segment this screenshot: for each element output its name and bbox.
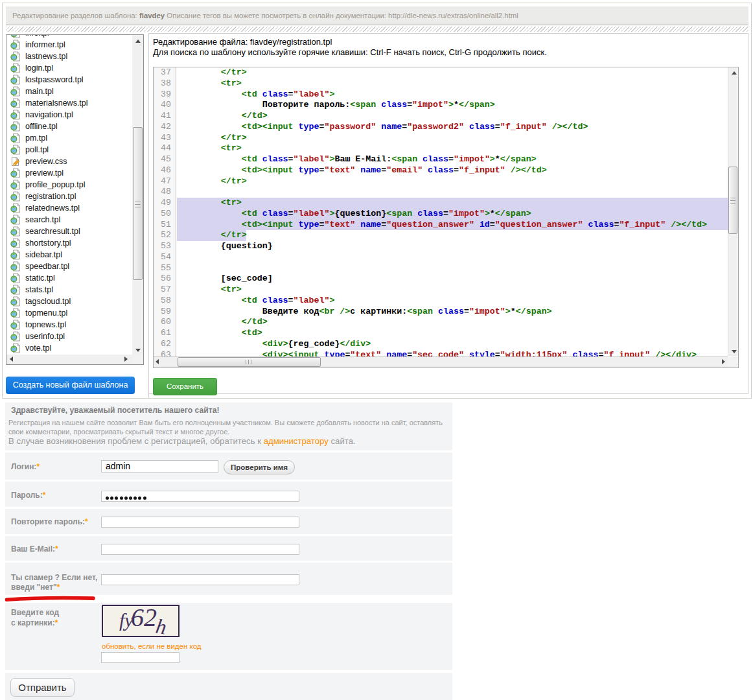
svg-text:62: 62 xyxy=(131,606,157,632)
